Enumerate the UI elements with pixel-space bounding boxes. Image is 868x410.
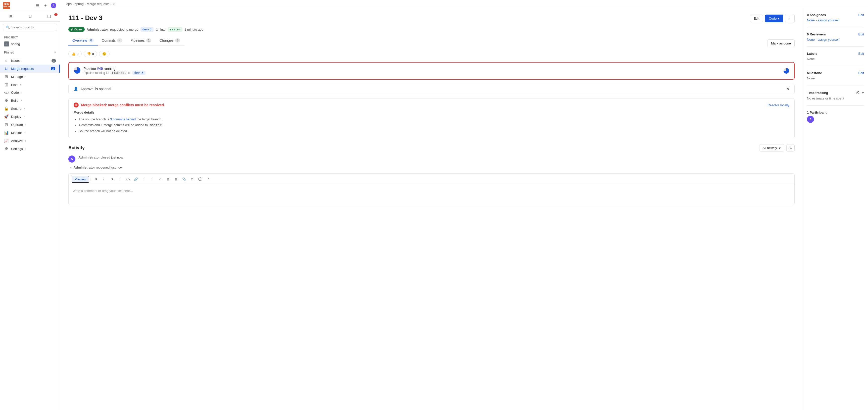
tab-overview[interactable]: Overview 0 bbox=[68, 36, 98, 45]
source-branch[interactable]: dev-3 bbox=[141, 27, 154, 32]
sidebar-nav-mr[interactable]: ⊔ bbox=[21, 13, 39, 20]
code-inline-button[interactable]: </> bbox=[124, 176, 131, 183]
breadcrumb-ops[interactable]: ops bbox=[66, 2, 72, 6]
bullet-icon: • bbox=[70, 165, 72, 169]
sidebar-item-analyze[interactable]: 📈 Analyze › bbox=[0, 137, 60, 145]
sidebar: 极狐GITLAB ☰ + A ⊟ ⊔ ☐ 1 🔍 Search or go to… bbox=[0, 0, 60, 410]
sidebar-item-deploy[interactable]: 🚀 Deploy › bbox=[0, 113, 60, 121]
tab-changes[interactable]: Changes 3 bbox=[155, 36, 184, 45]
activity-filter-button[interactable]: All activity ∨ bbox=[759, 144, 784, 152]
merge-details-list: The source branch is 3 commits behind th… bbox=[74, 116, 789, 134]
sidebar-item-operate[interactable]: ⊡ Operate › bbox=[0, 121, 60, 129]
pipeline-link[interactable]: #46 bbox=[97, 67, 103, 71]
rs-labels-edit[interactable]: Edit bbox=[859, 52, 864, 56]
search-placeholder: Search or go to... bbox=[11, 25, 36, 29]
breadcrumb-merge-requests[interactable]: Merge requests bbox=[87, 2, 109, 6]
sidebar-item-issues[interactable]: ○ Issues 1 bbox=[0, 57, 60, 65]
sidebar-item-merge-requests[interactable]: ⊔ Merge requests 2 bbox=[0, 65, 60, 73]
rs-assignees-label: 0 Assignees bbox=[807, 13, 826, 17]
right-sidebar: 0 Assignees Edit None - assign yourself … bbox=[803, 8, 868, 410]
bullet-list-button[interactable]: ≡ bbox=[141, 176, 148, 183]
activity-header: Activity All activity ∨ ⇅ bbox=[68, 144, 795, 152]
emoji-button[interactable]: 🙂 bbox=[99, 51, 110, 57]
task-list-button[interactable]: ☑ bbox=[157, 176, 164, 183]
mr-header: 111 - Dev 3 Edit Code ▾ ⋮ bbox=[68, 14, 795, 23]
thumbs-up-button[interactable]: 👍 0 bbox=[68, 51, 82, 57]
mark-done-button[interactable]: Mark as done bbox=[767, 39, 795, 47]
comment-box: Preview | B I S ≡ </> 🔗 ≡ ≡ ☑ ⊟ ⊞ 📎 bbox=[68, 174, 795, 205]
strikethrough-button[interactable]: S bbox=[108, 176, 115, 183]
rs-assignees: 0 Assignees Edit None - assign yourself bbox=[807, 13, 864, 27]
settings-icon: ⚙ bbox=[4, 147, 8, 151]
project-section-label: Project bbox=[0, 33, 60, 40]
project-name: spring bbox=[11, 42, 20, 46]
activity-sort-button[interactable]: ⇅ bbox=[786, 144, 795, 152]
activity-item-2: • Administrator reopened just now bbox=[68, 165, 795, 169]
table-button[interactable]: ⊞ bbox=[173, 176, 180, 183]
main-area: ops › spring › Merge requests › !8 111 -… bbox=[60, 0, 868, 410]
rs-milestone-value: None bbox=[807, 76, 864, 80]
commits-behind-link[interactable]: 3 commits behind bbox=[110, 117, 136, 121]
time-tracking-add-button[interactable]: + bbox=[862, 90, 864, 95]
rs-participants-label: 1 Participant bbox=[807, 111, 827, 114]
reviewer-assign-link[interactable]: None - assign yourself bbox=[807, 38, 839, 41]
target-branch[interactable]: master bbox=[167, 27, 182, 32]
sidebar-item-build[interactable]: ⚙ Build › bbox=[0, 96, 60, 104]
profile-button[interactable]: A bbox=[50, 2, 57, 9]
sidebar-nav-home[interactable]: ⊟ bbox=[2, 13, 20, 20]
sidebar-nav-todo[interactable]: ☐ 1 bbox=[40, 13, 58, 20]
ordered-list-button[interactable]: ≡ bbox=[116, 176, 123, 183]
breadcrumb-spring[interactable]: spring bbox=[75, 2, 84, 6]
code-button[interactable]: Code ▾ bbox=[765, 14, 783, 22]
sidebar-item-settings[interactable]: ⚙ Settings › bbox=[0, 145, 60, 153]
logo-area: 极狐GITLAB bbox=[3, 2, 10, 9]
expand-button[interactable]: ↗ bbox=[205, 176, 212, 183]
link-button[interactable]: 🔗 bbox=[132, 176, 140, 183]
search-bar[interactable]: 🔍 Search or go to... bbox=[3, 24, 57, 31]
status-label: Open bbox=[74, 28, 82, 31]
sidebar-item-manage[interactable]: ⊞ Manage › bbox=[0, 73, 60, 81]
resolve-locally-link[interactable]: Resolve locally bbox=[768, 103, 789, 107]
new-item-button[interactable]: + bbox=[42, 2, 49, 9]
approval-left: 👤 Approval is optional bbox=[74, 87, 111, 91]
activity-filter-chevron-icon: ∨ bbox=[778, 146, 781, 150]
tab-commits[interactable]: Commits 4 bbox=[98, 36, 126, 45]
italic-button[interactable]: I bbox=[100, 176, 107, 183]
sidebar-item-code[interactable]: </> Code › bbox=[0, 89, 60, 96]
sidebar-toggle-button[interactable]: ☰ bbox=[34, 2, 41, 9]
thumbs-down-count: 0 bbox=[92, 52, 94, 56]
thumbs-down-button[interactable]: 👎 0 bbox=[84, 51, 97, 57]
rs-assignees-value: None - assign yourself bbox=[807, 18, 864, 22]
assign-yourself-link[interactable]: None - assign yourself bbox=[807, 18, 839, 22]
sidebar-item-plan[interactable]: ◫ Plan › bbox=[0, 81, 60, 89]
blockquote-button[interactable]: ⊟ bbox=[165, 176, 172, 183]
rs-assignees-edit[interactable]: Edit bbox=[859, 13, 864, 17]
sidebar-item-monitor[interactable]: 📊 Monitor › bbox=[0, 129, 60, 137]
numbered-list-button[interactable]: ≡ bbox=[149, 176, 156, 183]
activity-section: Activity All activity ∨ ⇅ A Admi bbox=[68, 144, 795, 205]
time-tracking-clock-button[interactable]: ⏱ bbox=[856, 90, 860, 95]
sidebar-item-secure[interactable]: 🔒 Secure › bbox=[0, 104, 60, 113]
more-button[interactable]: ⋮ bbox=[785, 14, 795, 23]
pinned-header[interactable]: Pinned ∨ bbox=[0, 49, 60, 56]
tab-pipelines[interactable]: Pipelines 1 bbox=[126, 36, 156, 45]
tabs-row: Overview 0 Commits 4 Pipelines 1 Changes… bbox=[68, 36, 795, 51]
merge-blocked-text: Merge blocked: merge conflicts must be r… bbox=[81, 103, 165, 107]
tab-overview-count: 0 bbox=[89, 38, 94, 42]
comment-input-area[interactable]: Write a comment or drag your files here… bbox=[69, 185, 794, 205]
sidebar-project[interactable]: S spring bbox=[0, 40, 60, 48]
build-chevron-icon: › bbox=[21, 99, 22, 102]
manage-chevron-icon: › bbox=[25, 75, 26, 78]
comment-template-button[interactable]: 💬 bbox=[197, 176, 204, 183]
edit-button[interactable]: Edit bbox=[750, 14, 763, 22]
attach-button[interactable]: 📎 bbox=[181, 176, 188, 183]
bold-button[interactable]: B bbox=[92, 176, 99, 183]
code-block-button[interactable]: □ bbox=[189, 176, 196, 183]
preview-tab[interactable]: Preview bbox=[72, 176, 89, 183]
rs-reviewers-edit[interactable]: Edit bbox=[859, 32, 864, 36]
sidebar-icons: ☰ + A bbox=[34, 2, 57, 9]
pipeline-branch: dev-3 bbox=[132, 71, 146, 75]
approval-box[interactable]: 👤 Approval is optional ∨ bbox=[68, 84, 795, 94]
rs-time-tracking-header: Time tracking ⏱ + bbox=[807, 90, 864, 95]
rs-milestone-edit[interactable]: Edit bbox=[859, 71, 864, 75]
